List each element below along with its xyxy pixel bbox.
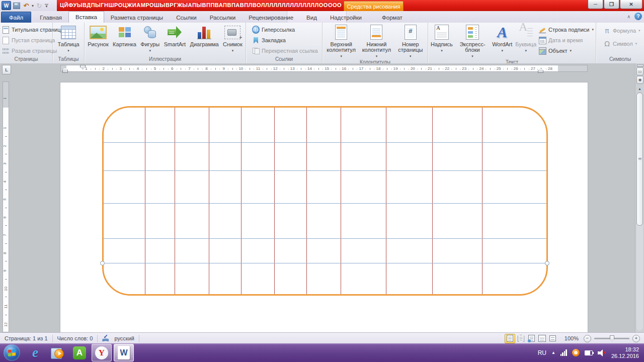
vertical-ruler[interactable]: 1123456789101112 <box>3 81 9 332</box>
grid-horizontal-line[interactable] <box>104 238 546 239</box>
taskbar-word-window[interactable]: W <box>114 344 134 361</box>
word-app-icon[interactable]: W <box>2 1 11 10</box>
outline-view-button[interactable] <box>537 334 547 343</box>
horizontal-ruler[interactable]: 1234567891011121314151617181920212223242… <box>60 65 588 72</box>
symbol-button[interactable]: Ω Символ▾ <box>602 39 641 49</box>
zoom-in-button[interactable]: + <box>632 335 640 342</box>
scrollbar-track[interactable] <box>636 93 643 330</box>
taskbar-yandex-browser[interactable]: Y <box>92 344 112 361</box>
object-button[interactable]: Объект▾ <box>538 46 595 56</box>
chart-button[interactable]: Диаграмма <box>189 23 220 56</box>
tab-view[interactable]: Вид <box>300 12 324 23</box>
screenshot-button[interactable]: Снимок ▾ <box>221 23 244 56</box>
drawn-shape[interactable] <box>102 106 548 296</box>
smartart-button[interactable]: SmartArt <box>163 23 187 56</box>
save-button[interactable] <box>13 2 21 10</box>
grid-vertical-line[interactable] <box>386 108 386 294</box>
grid-vertical-line[interactable] <box>274 108 275 294</box>
grid-vertical-line[interactable] <box>306 108 307 294</box>
grid-horizontal-line[interactable] <box>104 142 546 143</box>
zoom-thumb[interactable] <box>610 335 614 342</box>
tab-file[interactable]: Файл <box>1 12 31 23</box>
header-button[interactable]: Верхний колонтитул ▾ <box>324 23 359 59</box>
zoom-out-button[interactable]: − <box>584 335 591 342</box>
tab-addins[interactable]: Надстройки <box>324 12 368 23</box>
selection-handle-left[interactable] <box>100 261 105 265</box>
tab-home[interactable]: Главная <box>33 12 68 23</box>
taskbar-internet-explorer[interactable]: e <box>25 344 45 361</box>
undo-dropdown-caret-icon[interactable]: ▾ <box>32 4 34 8</box>
clipart-button[interactable]: Картинка <box>111 23 138 56</box>
wordart-button[interactable]: A WordArt ▾ <box>491 23 514 59</box>
group-label: Таблицы <box>53 56 84 63</box>
start-button[interactable] <box>4 344 20 361</box>
volume-muted-icon[interactable]: ✕ <box>598 349 606 356</box>
grid-vertical-line[interactable] <box>175 108 175 294</box>
page-count[interactable]: Страница: 1 из 1 <box>0 335 53 342</box>
scroll-up-arrow-icon[interactable]: ▲ <box>636 85 643 92</box>
zoom-track[interactable] <box>594 338 629 339</box>
group-text: Надпись ▾ Экспресс-блоки ▾ A WordArt ▾ Б… <box>428 23 596 63</box>
word-count[interactable]: Число слов: 0 <box>53 335 98 342</box>
page-number-button[interactable]: Номер страницы ▾ <box>394 23 427 59</box>
print-layout-view-button[interactable] <box>505 334 515 343</box>
tray-orange-app-icon[interactable] <box>572 349 580 356</box>
bookmark-button[interactable]: Закладка <box>251 35 319 45</box>
hidden-icons-chevron-icon[interactable]: ▲ <box>551 350 555 355</box>
grid-vertical-line[interactable] <box>432 108 433 294</box>
customize-quick-access-button[interactable]: ▾ <box>45 4 48 7</box>
grid-horizontal-line[interactable] <box>104 170 546 171</box>
grid-vertical-line[interactable] <box>241 108 242 294</box>
split-handle[interactable] <box>637 64 643 67</box>
tab-stop-selector[interactable]: L <box>2 65 11 74</box>
taskbar-amigo-browser[interactable]: A <box>69 344 90 361</box>
ruler-number: 5 <box>3 198 7 200</box>
selection-handle-right[interactable] <box>545 261 549 265</box>
dropcap-button[interactable]: Буквица ▾ <box>514 23 538 59</box>
pan-hand-icon[interactable]: ✱ <box>636 76 643 84</box>
undo-button[interactable]: ↶ <box>22 2 30 10</box>
clock[interactable]: 18:32 26.12.2016 <box>611 346 639 359</box>
close-button[interactable]: ✕ <box>620 0 642 9</box>
shapes-button[interactable]: Фигуры ▾ <box>139 23 161 56</box>
tab-review[interactable]: Рецензирование <box>242 12 300 23</box>
quickparts-button[interactable]: Экспресс-блоки ▾ <box>454 23 491 59</box>
network-signal-icon[interactable] <box>560 349 567 356</box>
redo-button[interactable]: ↻ <box>35 2 43 10</box>
textbox-button[interactable]: Надпись ▾ <box>429 23 454 59</box>
help-icon[interactable]: ? <box>634 13 642 20</box>
grid-vertical-line[interactable] <box>482 108 482 294</box>
web-layout-view-button[interactable] <box>527 334 536 343</box>
taskbar-media-player[interactable] <box>47 344 67 361</box>
fullscreen-reading-view-button[interactable] <box>516 334 526 343</box>
tab-format[interactable]: Формат <box>375 12 409 23</box>
equation-button[interactable]: π Формула▾ <box>602 26 641 36</box>
tab-mailings[interactable]: Рассылки <box>203 12 243 23</box>
ruler-tick <box>5 154 7 154</box>
zoom-level[interactable]: 100% <box>565 335 579 341</box>
grid-vertical-line[interactable] <box>341 108 341 294</box>
restore-button[interactable]: ❐ <box>604 0 619 9</box>
grid-vertical-line[interactable] <box>145 108 145 294</box>
signature-line-button[interactable]: Строка подписи▾ <box>538 25 595 35</box>
draft-view-button[interactable] <box>548 334 557 343</box>
grid-vertical-line[interactable] <box>209 108 209 294</box>
tab-references[interactable]: Ссылки <box>170 12 203 23</box>
tab-page-layout[interactable]: Разметка страницы <box>104 12 170 23</box>
battery-icon[interactable] <box>585 350 593 355</box>
tab-insert[interactable]: Вставка <box>68 11 104 23</box>
collapse-ribbon-icon[interactable]: ∧ <box>627 14 630 19</box>
footer-button[interactable]: Нижний колонтитул ▾ <box>359 23 394 59</box>
grid-horizontal-line[interactable] <box>104 263 546 263</box>
proofing-language[interactable]: русский <box>98 335 139 342</box>
ruler-toggle-icon[interactable]: ▭ <box>636 67 643 75</box>
scrollbar-thumb[interactable] <box>636 93 643 226</box>
table-button[interactable]: Таблица ▾ <box>56 23 80 56</box>
picture-button[interactable]: Рисунок <box>86 23 110 56</box>
cross-reference-button[interactable]: Перекрестная ссылка <box>251 46 319 56</box>
minimize-button[interactable]: ─ <box>588 0 603 9</box>
hyperlink-button[interactable]: Гиперссылка <box>251 25 319 35</box>
date-time-button[interactable]: Дата и время <box>538 35 595 45</box>
grid-horizontal-line[interactable] <box>104 203 546 204</box>
language-indicator[interactable]: RU <box>538 349 546 356</box>
